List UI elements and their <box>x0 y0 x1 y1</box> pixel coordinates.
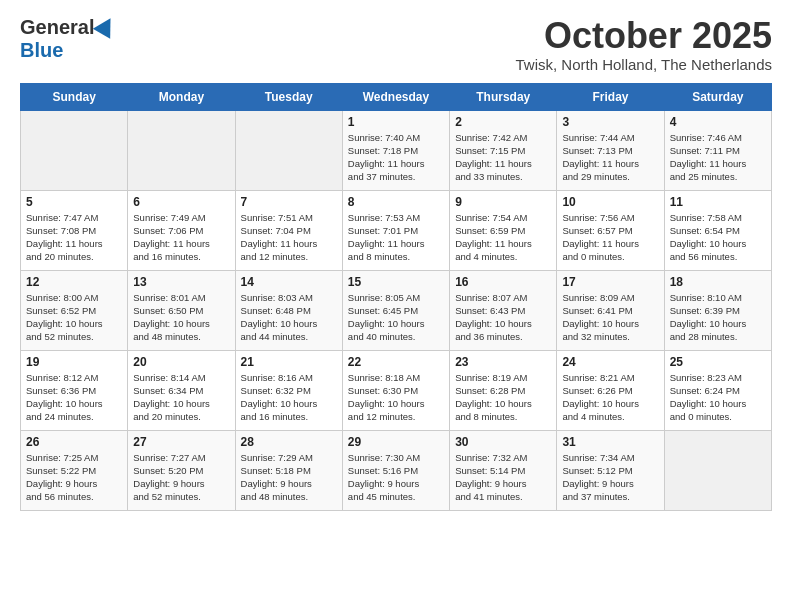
cell-week2-day6: 11Sunrise: 7:58 AM Sunset: 6:54 PM Dayli… <box>664 190 771 270</box>
cell-week3-day0: 12Sunrise: 8:00 AM Sunset: 6:52 PM Dayli… <box>21 270 128 350</box>
cell-week4-day6: 25Sunrise: 8:23 AM Sunset: 6:24 PM Dayli… <box>664 350 771 430</box>
day-number-17: 17 <box>562 275 658 289</box>
cell-week5-day1: 27Sunrise: 7:27 AM Sunset: 5:20 PM Dayli… <box>128 430 235 510</box>
month-title: October 2025 <box>515 16 772 56</box>
day-number-23: 23 <box>455 355 551 369</box>
day-info-30: Sunrise: 7:32 AM Sunset: 5:14 PM Dayligh… <box>455 451 551 504</box>
day-number-6: 6 <box>133 195 229 209</box>
day-number-21: 21 <box>241 355 337 369</box>
day-number-24: 24 <box>562 355 658 369</box>
day-number-13: 13 <box>133 275 229 289</box>
day-number-9: 9 <box>455 195 551 209</box>
cell-week2-day2: 7Sunrise: 7:51 AM Sunset: 7:04 PM Daylig… <box>235 190 342 270</box>
day-number-5: 5 <box>26 195 122 209</box>
day-number-22: 22 <box>348 355 444 369</box>
cell-week2-day0: 5Sunrise: 7:47 AM Sunset: 7:08 PM Daylig… <box>21 190 128 270</box>
cell-week1-day1 <box>128 110 235 190</box>
cell-week3-day1: 13Sunrise: 8:01 AM Sunset: 6:50 PM Dayli… <box>128 270 235 350</box>
day-number-11: 11 <box>670 195 766 209</box>
day-info-1: Sunrise: 7:40 AM Sunset: 7:18 PM Dayligh… <box>348 131 444 184</box>
day-info-9: Sunrise: 7:54 AM Sunset: 6:59 PM Dayligh… <box>455 211 551 264</box>
day-info-20: Sunrise: 8:14 AM Sunset: 6:34 PM Dayligh… <box>133 371 229 424</box>
cell-week2-day5: 10Sunrise: 7:56 AM Sunset: 6:57 PM Dayli… <box>557 190 664 270</box>
day-info-17: Sunrise: 8:09 AM Sunset: 6:41 PM Dayligh… <box>562 291 658 344</box>
day-info-3: Sunrise: 7:44 AM Sunset: 7:13 PM Dayligh… <box>562 131 658 184</box>
cell-week1-day3: 1Sunrise: 7:40 AM Sunset: 7:18 PM Daylig… <box>342 110 449 190</box>
cell-week2-day4: 9Sunrise: 7:54 AM Sunset: 6:59 PM Daylig… <box>450 190 557 270</box>
cell-week3-day5: 17Sunrise: 8:09 AM Sunset: 6:41 PM Dayli… <box>557 270 664 350</box>
day-number-14: 14 <box>241 275 337 289</box>
day-info-15: Sunrise: 8:05 AM Sunset: 6:45 PM Dayligh… <box>348 291 444 344</box>
logo-blue-text: Blue <box>20 39 63 62</box>
week-row-3: 12Sunrise: 8:00 AM Sunset: 6:52 PM Dayli… <box>21 270 772 350</box>
day-info-4: Sunrise: 7:46 AM Sunset: 7:11 PM Dayligh… <box>670 131 766 184</box>
day-number-8: 8 <box>348 195 444 209</box>
day-info-18: Sunrise: 8:10 AM Sunset: 6:39 PM Dayligh… <box>670 291 766 344</box>
day-number-27: 27 <box>133 435 229 449</box>
cell-week5-day2: 28Sunrise: 7:29 AM Sunset: 5:18 PM Dayli… <box>235 430 342 510</box>
day-number-28: 28 <box>241 435 337 449</box>
day-number-4: 4 <box>670 115 766 129</box>
logo: General Blue <box>20 16 116 62</box>
cell-week3-day4: 16Sunrise: 8:07 AM Sunset: 6:43 PM Dayli… <box>450 270 557 350</box>
cell-week3-day3: 15Sunrise: 8:05 AM Sunset: 6:45 PM Dayli… <box>342 270 449 350</box>
location-text: Twisk, North Holland, The Netherlands <box>515 56 772 73</box>
day-info-11: Sunrise: 7:58 AM Sunset: 6:54 PM Dayligh… <box>670 211 766 264</box>
day-info-8: Sunrise: 7:53 AM Sunset: 7:01 PM Dayligh… <box>348 211 444 264</box>
day-number-15: 15 <box>348 275 444 289</box>
day-number-29: 29 <box>348 435 444 449</box>
day-number-7: 7 <box>241 195 337 209</box>
header-thursday: Thursday <box>450 83 557 110</box>
cell-week1-day2 <box>235 110 342 190</box>
cell-week5-day4: 30Sunrise: 7:32 AM Sunset: 5:14 PM Dayli… <box>450 430 557 510</box>
cell-week5-day5: 31Sunrise: 7:34 AM Sunset: 5:12 PM Dayli… <box>557 430 664 510</box>
cell-week4-day2: 21Sunrise: 8:16 AM Sunset: 6:32 PM Dayli… <box>235 350 342 430</box>
page: General Blue October 2025 Twisk, North H… <box>0 0 792 527</box>
day-number-20: 20 <box>133 355 229 369</box>
day-info-10: Sunrise: 7:56 AM Sunset: 6:57 PM Dayligh… <box>562 211 658 264</box>
cell-week4-day5: 24Sunrise: 8:21 AM Sunset: 6:26 PM Dayli… <box>557 350 664 430</box>
day-number-1: 1 <box>348 115 444 129</box>
day-info-26: Sunrise: 7:25 AM Sunset: 5:22 PM Dayligh… <box>26 451 122 504</box>
header-monday: Monday <box>128 83 235 110</box>
day-info-21: Sunrise: 8:16 AM Sunset: 6:32 PM Dayligh… <box>241 371 337 424</box>
logo-general-text: General <box>20 16 94 39</box>
day-info-12: Sunrise: 8:00 AM Sunset: 6:52 PM Dayligh… <box>26 291 122 344</box>
day-info-13: Sunrise: 8:01 AM Sunset: 6:50 PM Dayligh… <box>133 291 229 344</box>
cell-week1-day5: 3Sunrise: 7:44 AM Sunset: 7:13 PM Daylig… <box>557 110 664 190</box>
header-tuesday: Tuesday <box>235 83 342 110</box>
day-info-29: Sunrise: 7:30 AM Sunset: 5:16 PM Dayligh… <box>348 451 444 504</box>
day-info-16: Sunrise: 8:07 AM Sunset: 6:43 PM Dayligh… <box>455 291 551 344</box>
day-info-23: Sunrise: 8:19 AM Sunset: 6:28 PM Dayligh… <box>455 371 551 424</box>
day-number-18: 18 <box>670 275 766 289</box>
header-row: SundayMondayTuesdayWednesdayThursdayFrid… <box>21 83 772 110</box>
cell-week5-day0: 26Sunrise: 7:25 AM Sunset: 5:22 PM Dayli… <box>21 430 128 510</box>
day-number-26: 26 <box>26 435 122 449</box>
cell-week4-day3: 22Sunrise: 8:18 AM Sunset: 6:30 PM Dayli… <box>342 350 449 430</box>
calendar-table: SundayMondayTuesdayWednesdayThursdayFrid… <box>20 83 772 511</box>
header-wednesday: Wednesday <box>342 83 449 110</box>
day-info-19: Sunrise: 8:12 AM Sunset: 6:36 PM Dayligh… <box>26 371 122 424</box>
cell-week4-day0: 19Sunrise: 8:12 AM Sunset: 6:36 PM Dayli… <box>21 350 128 430</box>
cell-week3-day2: 14Sunrise: 8:03 AM Sunset: 6:48 PM Dayli… <box>235 270 342 350</box>
cell-week1-day4: 2Sunrise: 7:42 AM Sunset: 7:15 PM Daylig… <box>450 110 557 190</box>
day-number-10: 10 <box>562 195 658 209</box>
day-number-16: 16 <box>455 275 551 289</box>
day-number-12: 12 <box>26 275 122 289</box>
header-saturday: Saturday <box>664 83 771 110</box>
day-info-27: Sunrise: 7:27 AM Sunset: 5:20 PM Dayligh… <box>133 451 229 504</box>
day-info-31: Sunrise: 7:34 AM Sunset: 5:12 PM Dayligh… <box>562 451 658 504</box>
cell-week2-day3: 8Sunrise: 7:53 AM Sunset: 7:01 PM Daylig… <box>342 190 449 270</box>
header-sunday: Sunday <box>21 83 128 110</box>
cell-week4-day1: 20Sunrise: 8:14 AM Sunset: 6:34 PM Dayli… <box>128 350 235 430</box>
cell-week3-day6: 18Sunrise: 8:10 AM Sunset: 6:39 PM Dayli… <box>664 270 771 350</box>
day-number-25: 25 <box>670 355 766 369</box>
day-info-5: Sunrise: 7:47 AM Sunset: 7:08 PM Dayligh… <box>26 211 122 264</box>
day-info-28: Sunrise: 7:29 AM Sunset: 5:18 PM Dayligh… <box>241 451 337 504</box>
cell-week1-day6: 4Sunrise: 7:46 AM Sunset: 7:11 PM Daylig… <box>664 110 771 190</box>
title-block: October 2025 Twisk, North Holland, The N… <box>515 16 772 73</box>
day-info-24: Sunrise: 8:21 AM Sunset: 6:26 PM Dayligh… <box>562 371 658 424</box>
header-friday: Friday <box>557 83 664 110</box>
week-row-4: 19Sunrise: 8:12 AM Sunset: 6:36 PM Dayli… <box>21 350 772 430</box>
cell-week2-day1: 6Sunrise: 7:49 AM Sunset: 7:06 PM Daylig… <box>128 190 235 270</box>
